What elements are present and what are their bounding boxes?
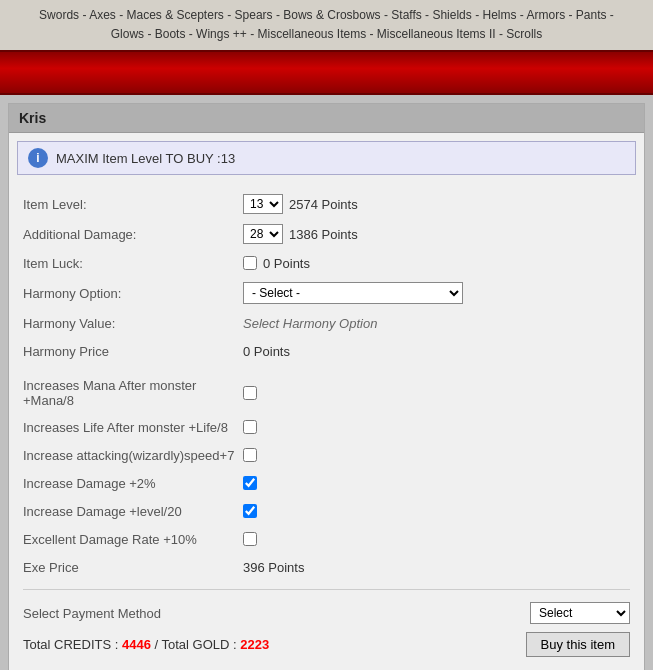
damage-rate-checkbox[interactable] (243, 532, 257, 546)
damage-level-checkbox[interactable] (243, 504, 257, 518)
harmony-value-text: Select Harmony Option (243, 316, 377, 331)
total-row: Total CREDITS : 4446 / Total GOLD : 2223… (23, 628, 630, 661)
damage-level-row: Increase Damage +level/20 (23, 497, 630, 525)
harmony-option-select[interactable]: - Select - (243, 282, 463, 304)
hero-banner (0, 50, 653, 95)
item-level-points: 2574 Points (289, 197, 358, 212)
total-credits-area: Total CREDITS : 4446 / Total GOLD : 2223 (23, 637, 269, 652)
damage-pct-label: Increase Damage +2% (23, 476, 243, 491)
main-panel: Kris i MAXIM Item Level TO BUY :13 Item … (8, 103, 645, 670)
mana-label: Increases Mana After monster +Mana/8 (23, 378, 243, 408)
item-level-row: Item Level: 13 2574 Points (23, 189, 630, 219)
total-credits-label: Total CREDITS : (23, 637, 118, 652)
attack-speed-row: Increase attacking(wizardly)speed+7 (23, 441, 630, 469)
payment-row: Select Payment Method Select Credits Gol… (23, 598, 630, 628)
nav-shields[interactable]: Shields (432, 8, 471, 22)
life-row: Increases Life After monster +Life/8 (23, 413, 630, 441)
damage-rate-label: Excellent Damage Rate +10% (23, 532, 243, 547)
harmony-option-label: Harmony Option: (23, 286, 243, 301)
exe-price-label: Exe Price (23, 560, 243, 575)
life-checkbox[interactable] (243, 420, 257, 434)
harmony-price-value: 0 Points (243, 344, 290, 359)
bottom-section: Select Payment Method Select Credits Gol… (23, 589, 630, 661)
damage-pct-value (243, 476, 257, 490)
harmony-option-value: - Select - (243, 282, 463, 304)
damage-level-value (243, 504, 257, 518)
nav-boots[interactable]: Boots (155, 27, 186, 41)
damage-level-label: Increase Damage +level/20 (23, 504, 243, 519)
nav-glows[interactable]: Glows (111, 27, 144, 41)
item-luck-points: 0 Points (263, 256, 310, 271)
harmony-value-label: Harmony Value: (23, 316, 243, 331)
nav-bows[interactable]: Bows & Crosbows (283, 8, 380, 22)
additional-damage-points: 1386 Points (289, 227, 358, 242)
additional-damage-select[interactable]: 28 (243, 224, 283, 244)
damage-rate-value (243, 532, 257, 546)
harmony-price-label: Harmony Price (23, 344, 243, 359)
life-value (243, 420, 257, 434)
damage-pct-row: Increase Damage +2% (23, 469, 630, 497)
info-text: MAXIM Item Level TO BUY :13 (56, 151, 235, 166)
mana-row: Increases Mana After monster +Mana/8 (23, 373, 630, 413)
item-level-select[interactable]: 13 (243, 194, 283, 214)
total-gold-label: / Total GOLD : (155, 637, 237, 652)
payment-select[interactable]: Select Credits Gold (530, 602, 630, 624)
item-luck-label: Item Luck: (23, 256, 243, 271)
exe-price-value: 396 Points (243, 560, 304, 575)
mana-value (243, 386, 257, 400)
mana-checkbox[interactable] (243, 386, 257, 400)
nav-wings[interactable]: Wings ++ (196, 27, 247, 41)
harmony-option-row: Harmony Option: - Select - (23, 277, 630, 309)
life-label: Increases Life After monster +Life/8 (23, 420, 243, 435)
item-level-value: 13 2574 Points (243, 194, 358, 214)
attack-speed-label: Increase attacking(wizardly)speed+7 (23, 448, 243, 463)
content-area: Item Level: 13 2574 Points Additional Da… (9, 183, 644, 670)
additional-damage-label: Additional Damage: (23, 227, 243, 242)
item-luck-row: Item Luck: 0 Points (23, 249, 630, 277)
buy-button[interactable]: Buy this item (526, 632, 630, 657)
nav-spears[interactable]: Spears (235, 8, 273, 22)
item-luck-checkbox[interactable] (243, 256, 257, 270)
nav-misc[interactable]: Miscellaneous Items (257, 27, 366, 41)
nav-staffs[interactable]: Staffs (391, 8, 421, 22)
item-level-label: Item Level: (23, 197, 243, 212)
panel-title: Kris (9, 104, 644, 133)
nav-helms[interactable]: Helms (482, 8, 516, 22)
attack-speed-value (243, 448, 257, 462)
total-gold-value: 2223 (240, 637, 269, 652)
attack-speed-checkbox[interactable] (243, 448, 257, 462)
nav-maces[interactable]: Maces & Scepters (127, 8, 224, 22)
nav-scrolls[interactable]: Scrolls (506, 27, 542, 41)
info-icon: i (28, 148, 48, 168)
nav-armors[interactable]: Armors (527, 8, 566, 22)
damage-rate-row: Excellent Damage Rate +10% (23, 525, 630, 553)
harmony-value-row: Harmony Value: Select Harmony Option (23, 309, 630, 337)
total-credits-value: 4446 (122, 637, 151, 652)
additional-damage-row: Additional Damage: 28 1386 Points (23, 219, 630, 249)
damage-pct-checkbox[interactable] (243, 476, 257, 490)
exe-price-row: Exe Price 396 Points (23, 553, 630, 581)
nav-misc2[interactable]: Miscellaneous Items II (377, 27, 496, 41)
item-luck-value: 0 Points (243, 256, 310, 271)
nav-pants[interactable]: Pants (576, 8, 607, 22)
nav-axes[interactable]: Axes (89, 8, 116, 22)
additional-damage-value: 28 1386 Points (243, 224, 358, 244)
nav-bar: Swords - Axes - Maces & Scepters - Spear… (0, 0, 653, 50)
nav-links: Swords - Axes - Maces & Scepters - Spear… (39, 8, 614, 41)
harmony-price-row: Harmony Price 0 Points (23, 337, 630, 365)
info-bar: i MAXIM Item Level TO BUY :13 (17, 141, 636, 175)
payment-label: Select Payment Method (23, 606, 161, 621)
nav-swords[interactable]: Swords (39, 8, 79, 22)
